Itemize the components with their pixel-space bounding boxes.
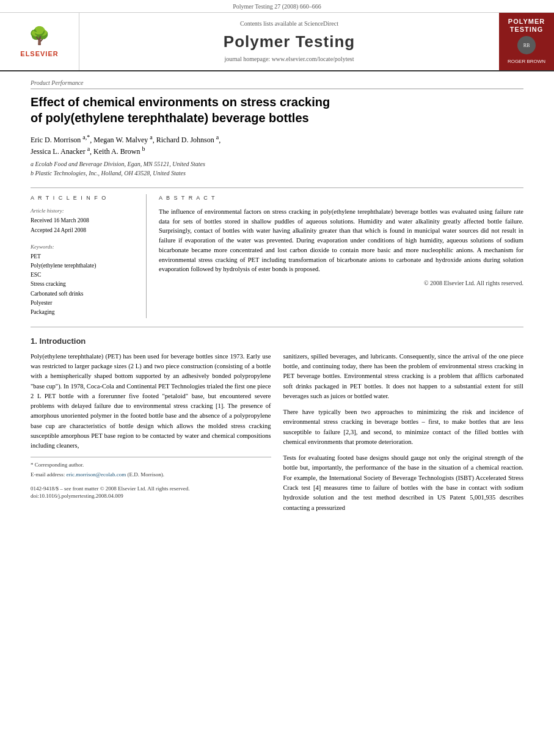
journal-homepage: journal homepage: www.elsevier.com/locat… — [86, 55, 493, 64]
keyword-stress-cracking: Stress cracking — [31, 280, 139, 288]
abstract-text: The influence of environmental factors o… — [159, 207, 523, 274]
article-info-abstract: A R T I C L E I N F O Article history: R… — [31, 187, 523, 318]
article-history-label: Article history: — [31, 207, 139, 215]
footnote-corresponding: * Corresponding author. — [31, 461, 271, 469]
keywords-section: Keywords: PET Poly(ethylene terephthalat… — [31, 243, 139, 317]
keyword-csd: Carbonated soft drinks — [31, 290, 139, 298]
keyword-pet: PET — [31, 253, 139, 261]
article-info-title: A R T I C L E I N F O — [31, 194, 139, 202]
intro-para-col2-2: There have typically been two approaches… — [283, 407, 524, 447]
journal-center: Contents lists available at ScienceDirec… — [79, 13, 499, 70]
journal-title: Polymer Testing — [86, 31, 493, 53]
badge-logo: RB — [517, 36, 536, 54]
affiliation-a: a Ecolab Food and Beverage Division, Ega… — [31, 161, 205, 167]
keywords-label: Keywords: — [31, 243, 139, 251]
intro-para-col2-3: Tests for evaluating footed base designs… — [283, 453, 524, 513]
article-title: Effect of chemical environments on stres… — [31, 94, 523, 126]
badge-title: POLYMER TESTING — [508, 18, 545, 34]
body-col-right: sanitizers, spilled beverages, and lubri… — [283, 352, 524, 519]
received-date: Received 16 March 2008 — [31, 217, 139, 225]
affiliation-b: b Plastic Technologies, Inc., Holland, O… — [31, 170, 186, 176]
keyword-poly: Poly(ethylene terephthalate) — [31, 262, 139, 270]
intro-para-col2-1: sanitizers, spilled beverages, and lubri… — [283, 352, 524, 401]
contents-line: Contents lists available at ScienceDirec… — [86, 20, 493, 28]
accepted-date: Accepted 24 April 2008 — [31, 227, 139, 234]
footnote-email-suffix: (E.D. Morrison). — [128, 471, 165, 478]
keyword-polyester: Polyester — [31, 299, 139, 307]
body-columns: Poly(ethylene terephthalate) (PET) has b… — [31, 352, 523, 519]
footnote-email-line: E-mail address: eric.morrison@ecolab.com… — [31, 471, 271, 479]
keyword-packaging: Packaging — [31, 308, 139, 316]
article-info-column: A R T I C L E I N F O Article history: R… — [31, 194, 147, 318]
journal-header: 🌳 ELSEVIER Contents lists available at S… — [0, 13, 554, 71]
authors: Eric D. Morrison a,*, Megan W. Malvey a,… — [31, 133, 523, 158]
abstract-title: A B S T R A C T — [159, 194, 523, 202]
body-col-left: Poly(ethylene terephthalate) (PET) has b… — [31, 352, 271, 519]
intro-heading: 1. Introduction — [31, 336, 523, 347]
abstract-column: A B S T R A C T The influence of environ… — [159, 194, 523, 318]
badge-sub-text: ROGER BROWN — [508, 58, 545, 65]
top-bar: Polymer Testing 27 (2008) 660–666 — [0, 0, 554, 13]
journal-reference: Polymer Testing 27 (2008) 660–666 — [233, 3, 321, 10]
bottom-doi-info: 0142-9418/$ – see front matter © 2008 El… — [31, 485, 271, 500]
footnote-section: * Corresponding author. E-mail address: … — [31, 457, 271, 478]
article-content: Product Performance Effect of chemical e… — [0, 71, 554, 526]
copyright: © 2008 Elsevier Ltd. All rights reserved… — [159, 279, 523, 288]
intro-para-1: Poly(ethylene terephthalate) (PET) has b… — [31, 352, 271, 451]
polymer-badge: POLYMER TESTING RB ROGER BROWN — [499, 13, 554, 70]
footnote-email-label: E-mail address: — [31, 471, 65, 478]
keyword-esc: ESC — [31, 271, 139, 279]
affiliations: a Ecolab Food and Beverage Division, Ega… — [31, 159, 523, 178]
footnote-email[interactable]: eric.morrison@ecolab.com — [66, 471, 126, 478]
section-label: Product Performance — [31, 79, 523, 89]
elsevier-brand-text: ELSEVIER — [20, 49, 58, 59]
tree-icon: 🌳 — [29, 24, 50, 48]
section-divider — [31, 327, 523, 327]
elsevier-logo: 🌳 ELSEVIER — [0, 13, 79, 70]
